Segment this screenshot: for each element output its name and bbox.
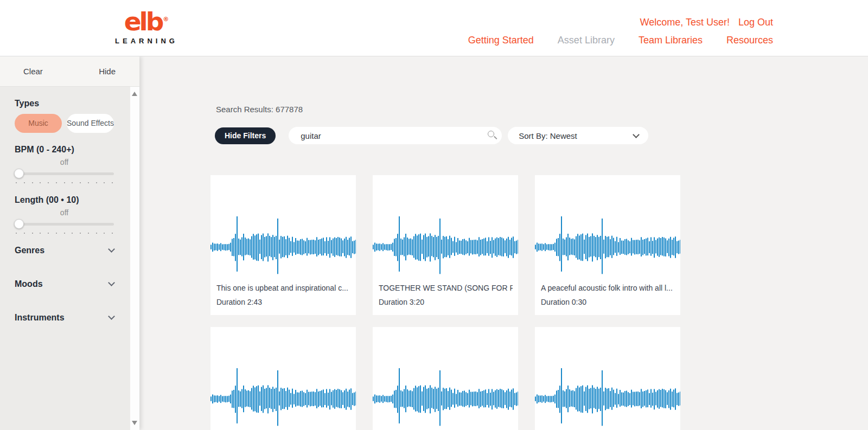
sort-value: Sort By: Newest: [519, 131, 577, 140]
hide-filters-button[interactable]: Hide Filters: [215, 127, 276, 144]
audio-card[interactable]: [373, 327, 518, 430]
genres-section-toggle[interactable]: Genres: [15, 246, 114, 255]
main-nav: Getting Started Asset Library Team Libra…: [468, 35, 773, 46]
length-slider-track[interactable]: [15, 223, 114, 226]
audio-duration: Duration 2:43: [216, 298, 350, 306]
chevron-down-icon: [633, 131, 640, 138]
audio-duration: Duration 3:20: [379, 298, 513, 306]
sort-dropdown[interactable]: Sort By: Newest: [508, 127, 648, 144]
search-results-count: Search Results: 677878: [216, 105, 868, 114]
audio-title: A peaceful acoustic folk intro with all …: [541, 284, 675, 292]
audio-duration: Duration 0:30: [541, 298, 675, 306]
length-slider-ticks: [16, 233, 113, 234]
waveform-image: [373, 175, 518, 280]
elb-learning-logo[interactable]: elb® LEARNING: [111, 4, 182, 45]
logo-subtext: LEARNING: [111, 37, 182, 45]
waveform-image: [535, 175, 680, 280]
logo-wordmark: elb®: [111, 4, 182, 37]
waveform-image: [535, 327, 680, 430]
bpm-slider-ticks: [16, 182, 113, 183]
hide-sidebar-link[interactable]: Hide: [99, 67, 116, 76]
waveform-image: [210, 327, 356, 430]
scroll-up-icon[interactable]: [132, 92, 137, 96]
audio-card[interactable]: [210, 327, 356, 430]
registered-mark: ®: [163, 16, 169, 23]
filters-sidebar: Clear Hide Types Music Sound Effects BPM…: [0, 56, 139, 430]
audio-card[interactable]: A peaceful acoustic folk intro with all …: [535, 175, 680, 315]
type-sound-effects-button[interactable]: Sound Effects: [67, 114, 114, 133]
chevron-down-icon: [108, 279, 115, 286]
nav-resources[interactable]: Resources: [726, 35, 773, 46]
audio-card[interactable]: [535, 327, 680, 430]
chevron-down-icon: [108, 313, 115, 320]
instruments-section-toggle[interactable]: Instruments: [15, 313, 114, 323]
search-box: [289, 127, 502, 144]
waveform-image: [210, 175, 356, 280]
welcome-text: Welcome, Test User!: [640, 17, 730, 28]
bpm-slider-handle[interactable]: [14, 169, 24, 178]
length-value: off: [15, 208, 114, 217]
length-slider-handle[interactable]: [14, 219, 24, 229]
search-input[interactable]: [289, 127, 502, 144]
logout-link[interactable]: Log Out: [738, 17, 773, 28]
results-area: Search Results: 677878 Hide Filters Sort…: [139, 56, 868, 430]
bpm-slider[interactable]: [15, 169, 114, 178]
length-slider[interactable]: [15, 219, 114, 229]
site-header: elb® LEARNING Welcome, Test User! Log Ou…: [0, 0, 868, 56]
audio-title: This one is upbeat and inspirational c..…: [216, 284, 350, 292]
types-heading: Types: [15, 99, 114, 108]
audio-card[interactable]: This one is upbeat and inspirational c..…: [210, 175, 356, 315]
sidebar-toolbar: Clear Hide: [0, 56, 139, 87]
length-heading: Length (00 • 10): [15, 195, 114, 205]
results-grid: This one is upbeat and inspirational c..…: [210, 175, 868, 430]
nav-getting-started[interactable]: Getting Started: [468, 35, 534, 46]
type-music-button[interactable]: Music: [15, 114, 62, 133]
waveform-image: [373, 327, 518, 430]
scroll-down-icon[interactable]: [132, 421, 137, 425]
nav-asset-library[interactable]: Asset Library: [558, 35, 615, 46]
moods-section-toggle[interactable]: Moods: [15, 279, 114, 289]
chevron-down-icon: [108, 246, 115, 253]
nav-team-libraries[interactable]: Team Libraries: [639, 35, 703, 46]
bpm-heading: BPM (0 - 240+): [15, 145, 114, 155]
search-icon[interactable]: [488, 131, 494, 137]
clear-filters-link[interactable]: Clear: [23, 67, 43, 76]
audio-title: TOGETHER WE STAND (SONG FOR PE...: [379, 284, 513, 292]
audio-card[interactable]: TOGETHER WE STAND (SONG FOR PE... Durati…: [373, 175, 518, 315]
sidebar-scrollbar[interactable]: [130, 87, 139, 430]
bpm-value: off: [15, 158, 114, 166]
bpm-slider-track[interactable]: [15, 172, 114, 175]
